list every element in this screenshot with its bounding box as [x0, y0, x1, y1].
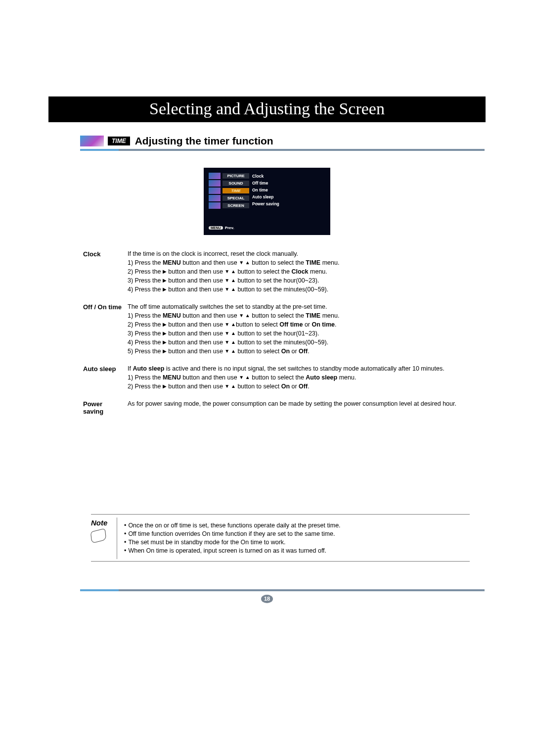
section-power-saving: Power saving As for power saving mode, t… [83, 400, 470, 415]
note-lines: •Once the on or off time is set, these f… [117, 518, 341, 559]
right-icon: ▶ [163, 267, 167, 276]
osd-screenshot: PICTURE SOUND TIME SPECIAL SCREEN Clock … [204, 168, 330, 235]
note-line4: •When On time is operated, input screen … [124, 547, 341, 555]
down-up-icon: ▼ ▲ [224, 329, 236, 337]
right-icon: ▶ [163, 347, 167, 355]
section-heading-row: TIME Adjusting the timer function [80, 135, 485, 147]
offon-body: The off time automatically switches the … [128, 303, 470, 356]
time-tag-badge: TIME [108, 137, 130, 145]
power-label: Power saving [83, 400, 128, 415]
osd-tab-time: TIME [222, 188, 249, 193]
down-up-icon: ▼ ▲ [224, 267, 236, 276]
autosleep-label: Auto sleep [83, 365, 128, 391]
offon-step4: 4) Press the ▶ button and then use ▼ ▲ b… [128, 338, 470, 347]
power-body: As for power saving mode, the power cons… [128, 400, 470, 415]
osd-opt-powersaving: Power saving [252, 200, 325, 207]
offon-step3: 3) Press the ▶ button and then use ▼ ▲ b… [128, 329, 470, 338]
footer-underline [80, 589, 485, 591]
right-icon: ▶ [163, 382, 167, 390]
osd-opt-ontime: On time [252, 187, 325, 193]
clock-step4: 4) Press the ▶ button and then use ▼ ▲ b… [128, 285, 470, 294]
autosleep-intro: If Auto sleep is active and there is no … [128, 365, 470, 373]
clock-step2: 2) Press the ▶ button and then use ▼ ▲ b… [128, 267, 470, 276]
offon-step2: 2) Press the ▶ button and then use ▼ ▲bu… [128, 320, 470, 329]
osd-opt-clock: Clock [252, 173, 325, 180]
page-banner: Selecting and Adjusting the Screen [48, 96, 486, 122]
note-label: Note [91, 519, 117, 527]
offon-step1: 1) Press the MENU button and then use ▼ … [128, 311, 470, 320]
offon-step5: 5) Press the ▶ button and then use ▼ ▲ b… [128, 347, 470, 356]
osd-tab-picture: PICTURE [222, 173, 249, 179]
clock-step3: 3) Press the ▶ button and then use ▼ ▲ b… [128, 276, 470, 285]
right-icon: ▶ [163, 276, 167, 284]
clock-label: Clock [83, 250, 128, 294]
remote-icon [90, 528, 106, 544]
heading-underline [80, 149, 485, 151]
offon-intro: The off time automatically switches the … [128, 303, 470, 311]
right-icon: ▶ [163, 329, 167, 337]
osd-tab-special: SPECIAL [222, 195, 249, 201]
right-icon: ▶ [163, 338, 167, 346]
clock-body: If the time is on the clock is incorrect… [128, 250, 470, 294]
note-label-column: Note [91, 518, 117, 559]
autosleep-step1: 1) Press the MENU button and then use ▼ … [128, 373, 470, 382]
offon-label: Off / On time [83, 303, 128, 356]
heading-decor-image [80, 136, 104, 146]
osd-opt-offtime: Off time [252, 180, 325, 187]
down-up-icon: ▼ ▲ [224, 320, 236, 329]
clock-step1: 1) Press the MENU button and then use ▼ … [128, 258, 470, 267]
osd-prev-label: Prev. [225, 226, 234, 230]
manual-page: Selecting and Adjusting the Screen TIME … [0, 0, 534, 633]
osd-menu-pill: MENU [209, 226, 223, 230]
osd-options: Clock Off time On time Auto sleep Power … [249, 173, 325, 210]
osd-opt-autosleep: Auto sleep [252, 193, 325, 200]
down-up-icon: ▼ ▲ [224, 276, 236, 284]
note-line1: •Once the on or off time is set, these f… [124, 521, 341, 530]
autosleep-body: If Auto sleep is active and there is no … [128, 365, 470, 391]
instruction-sections: Clock If the time is on the clock is inc… [83, 250, 470, 415]
down-up-icon: ▼ ▲ [239, 258, 250, 267]
section-off-on-time: Off / On time The off time automatically… [83, 303, 470, 356]
page-number: 18 [261, 595, 273, 603]
down-up-icon: ▼ ▲ [224, 382, 236, 390]
osd-tab-screen: SCREEN [222, 203, 249, 208]
down-up-icon: ▼ ▲ [224, 338, 236, 346]
down-up-icon: ▼ ▲ [239, 311, 250, 320]
down-up-icon: ▼ ▲ [224, 347, 236, 355]
osd-tabs: PICTURE SOUND TIME SPECIAL SCREEN [209, 173, 249, 210]
section-auto-sleep: Auto sleep If Auto sleep is active and t… [83, 365, 470, 391]
clock-intro: If the time is on the clock is incorrect… [128, 250, 470, 258]
note-block: Note •Once the on or off time is set, th… [91, 514, 470, 562]
right-icon: ▶ [163, 285, 167, 293]
right-icon: ▶ [163, 320, 167, 329]
osd-tab-sound: SOUND [222, 181, 249, 186]
section-clock: Clock If the time is on the clock is inc… [83, 250, 470, 294]
note-line2: •Off time function overrides On time fun… [124, 530, 341, 538]
autosleep-step2: 2) Press the ▶ button and then use ▼ ▲ b… [128, 382, 470, 391]
down-up-icon: ▼ ▲ [224, 285, 236, 293]
section-heading: Adjusting the timer function [135, 135, 273, 147]
down-up-icon: ▼ ▲ [239, 373, 250, 381]
note-line3: •The set must be in standby mode for the… [124, 538, 341, 547]
